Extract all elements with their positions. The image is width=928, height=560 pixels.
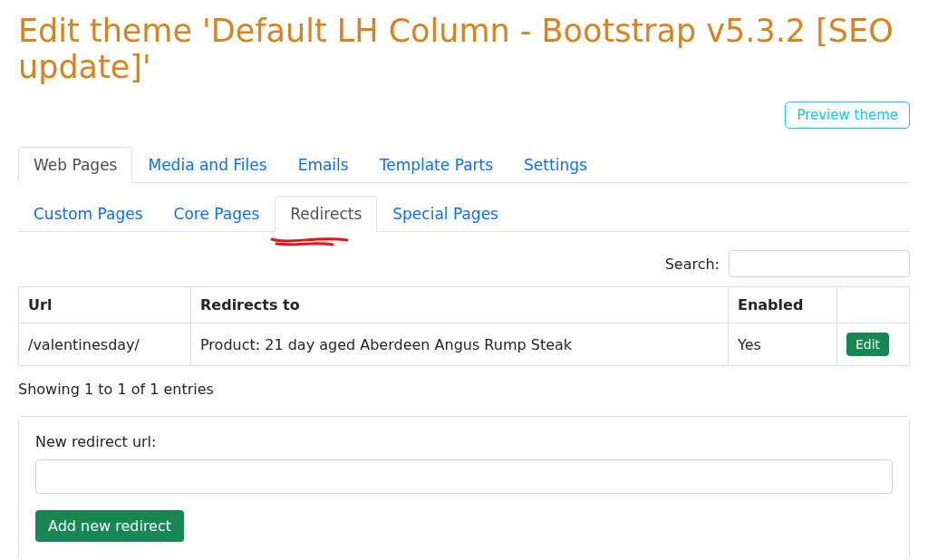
redirects-table: Url Redirects to Enabled /valentinesday/… <box>18 286 910 366</box>
new-redirect-panel: New redirect url: Add new redirect <box>18 416 910 560</box>
table-row: /valentinesday/ Product: 21 day aged Abe… <box>19 323 910 366</box>
header-enabled[interactable]: Enabled <box>729 287 837 323</box>
primary-tabs: Web Pages Media and Files Emails Templat… <box>18 147 910 183</box>
tab-media-and-files[interactable]: Media and Files <box>132 147 282 183</box>
add-new-redirect-button[interactable]: Add new redirect <box>35 510 184 542</box>
subtab-special-pages[interactable]: Special Pages <box>377 196 514 232</box>
preview-theme-button[interactable]: Preview theme <box>785 101 910 129</box>
header-actions <box>837 287 910 323</box>
search-input[interactable] <box>729 250 910 277</box>
subtab-redirects[interactable]: Redirects <box>275 196 377 232</box>
tab-web-pages[interactable]: Web Pages <box>18 147 132 183</box>
tab-emails[interactable]: Emails <box>283 147 364 183</box>
search-label: Search: <box>665 256 720 273</box>
secondary-tabs: Custom Pages Core Pages Redirects Specia… <box>18 196 910 232</box>
cell-enabled: Yes <box>729 323 837 366</box>
tab-settings[interactable]: Settings <box>508 147 603 183</box>
new-redirect-input[interactable] <box>35 459 893 494</box>
cell-redirects-to: Product: 21 day aged Aberdeen Angus Rump… <box>191 323 729 366</box>
cell-url: /valentinesday/ <box>19 323 191 366</box>
tab-template-parts[interactable]: Template Parts <box>364 147 508 183</box>
table-info: Showing 1 to 1 of 1 entries <box>18 381 910 398</box>
edit-row-button[interactable]: Edit <box>846 333 889 356</box>
page-title: Edit theme 'Default LH Column - Bootstra… <box>18 13 910 85</box>
subtab-custom-pages[interactable]: Custom Pages <box>18 196 159 232</box>
header-redirects-to[interactable]: Redirects to <box>191 287 729 323</box>
new-redirect-label: New redirect url: <box>35 433 893 450</box>
header-url[interactable]: Url <box>19 287 191 323</box>
subtab-core-pages[interactable]: Core Pages <box>159 196 276 232</box>
